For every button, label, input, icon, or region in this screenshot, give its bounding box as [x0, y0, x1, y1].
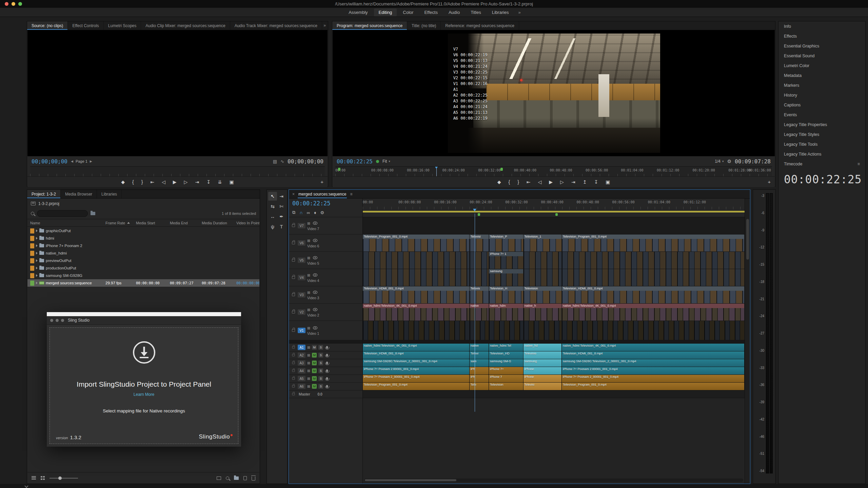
video-clip[interactable] — [470, 321, 489, 340]
video-track-lane[interactable]: iPhone 7+ 1 — [363, 252, 745, 269]
audio-track-header[interactable]: A5 M S — [289, 375, 362, 383]
video-track-header[interactable]: V1 Video 1 — [289, 321, 362, 340]
voiceover-record-icon[interactable] — [326, 354, 328, 357]
timeline-hscrollbar[interactable] — [364, 479, 743, 482]
add-marker-button[interactable]: ◆ — [497, 179, 501, 185]
video-clip[interactable] — [562, 321, 744, 340]
insert-button[interactable]: ↧ — [206, 179, 211, 185]
linked-selection-toggle[interactable]: ∞ — [307, 210, 310, 215]
sequence-marker[interactable] — [338, 168, 340, 171]
track-output-eye-icon[interactable] — [313, 308, 317, 311]
panel-tab[interactable]: Audio Track Mixer: merged sources:sequen… — [230, 21, 322, 30]
label-color-chip[interactable] — [30, 266, 34, 271]
pen-tool[interactable]: ✒ — [277, 212, 286, 221]
video-track-lane[interactable]: native_hdmi:Television_4K_001_0.mp4 nati… — [363, 304, 745, 321]
voiceover-record-icon[interactable] — [326, 385, 328, 388]
track-target-toggle[interactable]: V2 — [298, 309, 305, 315]
panel-menu-icon[interactable]: ≡ — [350, 192, 352, 197]
sidebar-panel-item[interactable]: Effects — [778, 31, 865, 41]
close-icon[interactable]: × — [292, 192, 295, 197]
track-target-toggle[interactable]: A3 — [298, 360, 305, 366]
sidebar-panel-item[interactable]: Metadata — [778, 70, 865, 80]
video-clip[interactable]: Television_Program_001_0.mp4 — [363, 235, 469, 251]
video-track-header[interactable]: V6 Video 6 — [289, 235, 362, 252]
sidebar-panel-item[interactable]: Essential Sound — [778, 51, 865, 61]
label-color-chip[interactable] — [30, 228, 34, 233]
mark-out-button[interactable]: } — [141, 179, 143, 185]
panel-tab[interactable]: Effect Controls — [68, 21, 103, 30]
project-row[interactable]: merged sources:sequence 29.97 fps 00:00:… — [27, 279, 259, 287]
column-header[interactable]: Frame Rate — [105, 221, 136, 225]
video-clip[interactable]: native_hdmi:Television_4K_001_0.mp4 — [562, 304, 744, 321]
label-color-chip[interactable] — [30, 258, 34, 263]
vscroll-thumb[interactable] — [746, 219, 749, 260]
audio-clip[interactable]: Television_HD — [489, 351, 523, 359]
sidebar-panel-item[interactable]: Info — [778, 21, 865, 31]
collapse-chevron-icon[interactable] — [24, 484, 28, 488]
audio-clip[interactable]: iPhone 7+ Poonam 2:00001_001_0.mp4 — [562, 367, 744, 374]
new-item-button[interactable] — [243, 476, 247, 480]
track-lock-icon[interactable] — [292, 224, 295, 227]
mute-button[interactable]: M — [312, 345, 317, 350]
audio-track-header[interactable]: A1 M S — [289, 344, 362, 351]
track-lock-icon[interactable] — [292, 242, 295, 244]
sync-lock-icon[interactable] — [307, 238, 310, 243]
track-lock-icon[interactable] — [292, 329, 295, 332]
mute-button[interactable]: M — [312, 353, 317, 358]
master-track-lane[interactable] — [363, 390, 745, 398]
sidebar-panel-item[interactable]: Lumetri Color — [778, 61, 865, 70]
audio-track-header[interactable]: A6 M S — [289, 383, 362, 390]
track-lock-icon[interactable] — [292, 370, 295, 372]
sync-lock-icon[interactable] — [307, 376, 310, 381]
disclosure-triangle-icon[interactable] — [36, 282, 38, 284]
voiceover-record-icon[interactable] — [326, 362, 328, 364]
zoom-level-select[interactable]: Fit ▾ — [382, 159, 390, 164]
mark-in-button[interactable]: { — [132, 179, 134, 185]
button-editor-plus[interactable]: + — [768, 179, 771, 185]
video-clip[interactable]: native_hdm — [489, 304, 523, 321]
sidebar-panel-item-timecode[interactable]: Timecode ≡ — [778, 159, 865, 169]
icon-view-button[interactable] — [41, 476, 45, 480]
video-track-header[interactable]: V5 Video 5 — [289, 252, 362, 269]
clear-button[interactable] — [252, 476, 255, 481]
export-frame-button[interactable]: ▣ — [230, 179, 234, 185]
workspace-tab[interactable]: Assembly — [344, 8, 372, 16]
sync-lock-icon[interactable] — [307, 326, 310, 330]
panel-tab[interactable]: Libraries — [97, 190, 122, 198]
video-clip[interactable]: Television_H — [489, 286, 523, 303]
track-lock-icon[interactable] — [292, 311, 295, 313]
close-window-button[interactable] — [50, 319, 53, 322]
solo-button[interactable]: S — [318, 361, 323, 365]
snap-toggle[interactable]: ∩ — [299, 210, 302, 215]
audio-clip[interactable]: iPhone 7+ Poonam 2_00001_001_0.mp4 — [562, 375, 744, 382]
sync-lock-icon[interactable] — [307, 290, 310, 295]
audio-track-lane[interactable]: iPhone 7+ Poonam 2:00001_001_0.mp4 iPh i… — [363, 367, 745, 375]
go-to-out-button[interactable]: ⇥ — [195, 179, 199, 185]
track-target-toggle[interactable]: A4 — [298, 368, 305, 373]
sync-lock-icon[interactable] — [307, 353, 310, 358]
audio-clip[interactable]: Tele — [470, 383, 489, 390]
timeline-settings-button[interactable]: ⚙ — [320, 210, 324, 215]
video-clip[interactable] — [562, 269, 744, 286]
track-target-toggle[interactable]: V4 — [298, 275, 305, 280]
track-lock-icon[interactable] — [292, 354, 295, 357]
mute-button[interactable]: M — [312, 384, 317, 389]
new-bin-button[interactable] — [234, 476, 239, 480]
workspace-tab[interactable]: Color — [398, 8, 418, 16]
drag-audio-only-icon[interactable]: ∿ — [280, 159, 284, 164]
label-color-chip[interactable] — [30, 243, 34, 248]
audio-track-lane[interactable]: samsung SM-G928G:Television_2_00001_001_… — [363, 359, 745, 367]
audio-track-header[interactable]: A4 M S — [289, 367, 362, 375]
video-clip[interactable] — [524, 321, 561, 340]
list-view-button[interactable] — [32, 476, 36, 480]
sync-lock-icon[interactable] — [307, 345, 310, 350]
export-frame-button[interactable]: ▣ — [606, 179, 610, 185]
sync-lock-icon[interactable] — [307, 368, 310, 373]
mark-in-button[interactable]: { — [508, 179, 510, 185]
panel-tab[interactable]: Lumetri Scopes — [104, 21, 141, 30]
sidebar-panel-item[interactable]: Captions — [778, 100, 865, 110]
project-row[interactable]: previewOutPut — [27, 257, 259, 264]
audio-track-lane[interactable]: Television_HDMI_001_0.mp4 Televi Televis… — [363, 351, 745, 359]
voiceover-record-icon[interactable] — [326, 369, 328, 372]
workspace-tab[interactable]: Audio — [444, 8, 465, 16]
